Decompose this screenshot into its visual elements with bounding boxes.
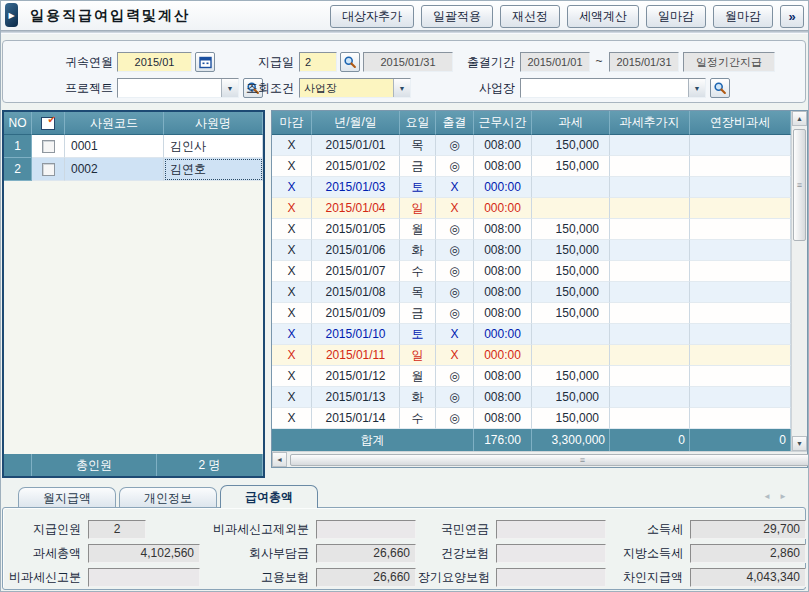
daily-close-button[interactable]: 일마감: [646, 5, 706, 28]
daily-cell-closed[interactable]: X: [272, 177, 312, 198]
daily-cell-overtime[interactable]: [690, 408, 791, 429]
daily-cell-date[interactable]: 2015/01/03: [312, 177, 400, 198]
workplace-select[interactable]: ▼: [520, 78, 706, 98]
daily-cell-day[interactable]: 수: [400, 408, 436, 429]
horizontal-scrollbar[interactable]: ◄ ≡ ►: [272, 451, 807, 467]
daily-cell-attend[interactable]: ◎: [436, 135, 474, 156]
daily-cell-attend[interactable]: X: [436, 345, 474, 366]
daily-cell-attend[interactable]: ◎: [436, 303, 474, 324]
paid-count-field[interactable]: 2: [88, 520, 146, 539]
daily-cell-extra[interactable]: [610, 408, 690, 429]
daily-cell-overtime[interactable]: [690, 261, 791, 282]
daily-row[interactable]: X2015/01/03토X000:00: [272, 177, 791, 198]
daily-cell-extra[interactable]: [610, 282, 690, 303]
scroll-left-icon[interactable]: ◄: [272, 452, 287, 467]
employee-name[interactable]: 김연호: [164, 158, 263, 181]
scroll-down-icon[interactable]: ▼: [792, 436, 807, 451]
daily-cell-overtime[interactable]: [690, 366, 791, 387]
daily-row[interactable]: X2015/01/07수◎008:00150,000: [272, 261, 791, 282]
daily-row[interactable]: X2015/01/11일X000:00: [272, 345, 791, 366]
vertical-scroll-thumb[interactable]: ≡: [793, 129, 806, 241]
daily-cell-date[interactable]: 2015/01/04: [312, 198, 400, 219]
employee-row[interactable]: 1 0001 김인사: [4, 135, 263, 158]
daily-cell-taxable[interactable]: 150,000: [532, 219, 610, 240]
daily-cell-taxable[interactable]: 150,000: [532, 261, 610, 282]
employee-code[interactable]: 0002: [65, 158, 164, 181]
daily-cell-overtime[interactable]: [690, 156, 791, 177]
daily-row[interactable]: X2015/01/10토X000:00: [272, 324, 791, 345]
daily-cell-taxable[interactable]: [532, 345, 610, 366]
daily-cell-date[interactable]: 2015/01/06: [312, 240, 400, 261]
daily-cell-taxable[interactable]: [532, 177, 610, 198]
net-pay-field[interactable]: 4,043,340: [690, 568, 806, 587]
daily-cell-date[interactable]: 2015/01/08: [312, 282, 400, 303]
national-pension-field[interactable]: [496, 520, 606, 539]
vertical-scrollbar[interactable]: ▲ ≡ ▼: [791, 111, 807, 451]
daily-cell-hours[interactable]: 008:00: [474, 135, 532, 156]
daily-cell-day[interactable]: 금: [400, 303, 436, 324]
daily-cell-closed[interactable]: X: [272, 282, 312, 303]
daily-cell-day[interactable]: 금: [400, 156, 436, 177]
daily-cell-attend[interactable]: X: [436, 324, 474, 345]
daily-cell-extra[interactable]: [610, 198, 690, 219]
daily-cell-date[interactable]: 2015/01/11: [312, 345, 400, 366]
daily-cell-overtime[interactable]: [690, 240, 791, 261]
daily-cell-hours[interactable]: 008:00: [474, 240, 532, 261]
daily-row[interactable]: X2015/01/04일X000:00: [272, 198, 791, 219]
employee-row[interactable]: 2 0002 김연호: [4, 158, 263, 181]
daily-cell-hours[interactable]: 008:00: [474, 282, 532, 303]
daily-row[interactable]: X2015/01/06화◎008:00150,000: [272, 240, 791, 261]
daily-cell-hours[interactable]: 008:00: [474, 366, 532, 387]
horizontal-scroll-thumb[interactable]: ≡: [290, 454, 809, 466]
daily-cell-closed[interactable]: X: [272, 240, 312, 261]
daily-cell-closed[interactable]: X: [272, 219, 312, 240]
tab-pay-total[interactable]: 급여총액: [220, 485, 318, 508]
nontax-reported-field[interactable]: [88, 568, 200, 587]
employee-name[interactable]: 김인사: [164, 135, 263, 158]
daily-cell-date[interactable]: 2015/01/12: [312, 366, 400, 387]
daily-cell-closed[interactable]: X: [272, 387, 312, 408]
daily-cell-attend[interactable]: ◎: [436, 261, 474, 282]
daily-cell-hours[interactable]: 008:00: [474, 219, 532, 240]
daily-row[interactable]: X2015/01/12월◎008:00150,000: [272, 366, 791, 387]
select-all-header[interactable]: [32, 112, 65, 135]
daily-cell-hours[interactable]: 000:00: [474, 345, 532, 366]
daily-cell-date[interactable]: 2015/01/09: [312, 303, 400, 324]
daily-cell-date[interactable]: 2015/01/05: [312, 219, 400, 240]
daily-cell-extra[interactable]: [610, 240, 690, 261]
tab-monthly-pay[interactable]: 월지급액: [18, 487, 116, 508]
daily-cell-day[interactable]: 토: [400, 324, 436, 345]
daily-cell-taxable[interactable]: 150,000: [532, 135, 610, 156]
daily-cell-attend[interactable]: ◎: [436, 156, 474, 177]
batch-apply-button[interactable]: 일괄적용: [421, 5, 493, 28]
row-checkbox[interactable]: [42, 163, 55, 176]
daily-row[interactable]: X2015/01/14수◎008:00150,000: [272, 408, 791, 429]
daily-cell-attend[interactable]: ◎: [436, 282, 474, 303]
calendar-button[interactable]: [195, 52, 215, 72]
daily-row[interactable]: X2015/01/08목◎008:00150,000: [272, 282, 791, 303]
daily-cell-overtime[interactable]: [690, 303, 791, 324]
daily-cell-hours[interactable]: 008:00: [474, 408, 532, 429]
daily-cell-attend[interactable]: X: [436, 198, 474, 219]
daily-cell-day[interactable]: 화: [400, 387, 436, 408]
daily-cell-day[interactable]: 목: [400, 282, 436, 303]
chevron-down-icon[interactable]: ▼: [688, 79, 705, 97]
company-share-field[interactable]: 26,660: [316, 544, 416, 563]
daily-cell-day[interactable]: 일: [400, 198, 436, 219]
daily-cell-date[interactable]: 2015/01/10: [312, 324, 400, 345]
daily-cell-overtime[interactable]: [690, 387, 791, 408]
daily-cell-overtime[interactable]: [690, 135, 791, 156]
daily-cell-taxable[interactable]: [532, 324, 610, 345]
pay-day-field[interactable]: 2: [299, 52, 337, 72]
daily-cell-extra[interactable]: [610, 219, 690, 240]
daily-cell-attend[interactable]: ◎: [436, 219, 474, 240]
daily-cell-taxable[interactable]: 150,000: [532, 387, 610, 408]
daily-cell-closed[interactable]: X: [272, 303, 312, 324]
daily-cell-day[interactable]: 월: [400, 366, 436, 387]
daily-row[interactable]: X2015/01/13화◎008:00150,000: [272, 387, 791, 408]
daily-cell-taxable[interactable]: 150,000: [532, 408, 610, 429]
pay-day-search-button[interactable]: [340, 52, 360, 72]
daily-cell-closed[interactable]: X: [272, 345, 312, 366]
daily-cell-day[interactable]: 목: [400, 135, 436, 156]
daily-cell-extra[interactable]: [610, 324, 690, 345]
